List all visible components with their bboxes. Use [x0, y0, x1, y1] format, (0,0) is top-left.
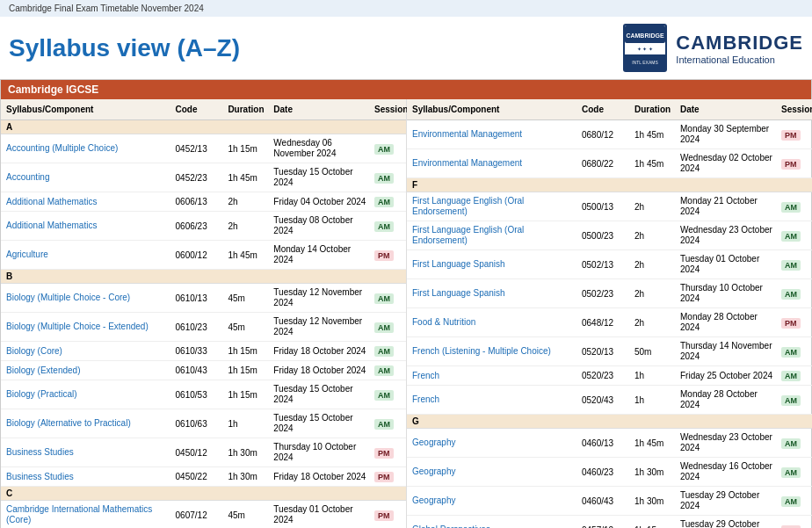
panel-wrapper: Syllabus/Component Code Duration Date Se… — [1, 99, 811, 528]
session-badge: AM — [781, 395, 801, 406]
left-col-syllabus-header: Syllabus/Component — [1, 103, 172, 116]
session-badge: PM — [374, 250, 394, 261]
code-cell: 0500/23 — [578, 229, 631, 242]
syllabus-cell: Biology (Alternative to Practical) — [1, 416, 172, 430]
date-cell: Monday 28 October 2024 — [677, 387, 778, 412]
code-cell: 0680/12 — [578, 128, 631, 141]
code-cell: 0500/13 — [578, 200, 631, 213]
date-cell: Friday 18 October 2024 — [270, 364, 371, 378]
session-badge: AM — [374, 322, 394, 333]
session-cell: PM — [371, 248, 406, 263]
session-cell: PM — [371, 508, 406, 523]
date-cell: Monday 30 September 2024 — [677, 122, 778, 147]
session-badge: AM — [781, 438, 801, 449]
session-badge: AM — [374, 144, 394, 155]
session-badge: AM — [781, 371, 801, 381]
section-header: Cambridge IGCSE — [1, 80, 811, 99]
svg-text:INTL EXAMS: INTL EXAMS — [633, 60, 659, 65]
section-letter-f: F — [407, 178, 812, 192]
code-cell: 0457/12 — [578, 524, 631, 529]
session-cell: AM — [778, 494, 812, 509]
table-row: Business Studies 0450/12 1h 30m Thursday… — [1, 438, 406, 467]
session-badge: PM — [374, 510, 394, 521]
syllabus-cell: Biology (Extended) — [1, 364, 172, 378]
table-row: First Language English (Oral Endorsement… — [407, 221, 812, 250]
date-cell: Monday 14 October 2024 — [270, 242, 371, 267]
table-row: Geography 0460/43 1h 30m Tuesday 29 Octo… — [407, 487, 812, 516]
duration-cell: 1h 15m — [224, 364, 270, 377]
session-cell: AM — [778, 286, 812, 301]
session-cell: AM — [371, 170, 406, 185]
syllabus-cell: Geography — [407, 436, 578, 450]
duration-cell: 1h 30m — [631, 466, 677, 479]
table-row: Business Studies 0450/22 1h 30m Friday 1… — [1, 467, 406, 487]
svg-text:✦ ✦ ✦: ✦ ✦ ✦ — [637, 47, 653, 52]
session-cell: AM — [371, 387, 406, 402]
date-cell: Thursday 10 October 2024 — [270, 440, 371, 465]
table-row: Cambridge International Mathematics (Cor… — [1, 501, 406, 528]
section-letter-a: A — [1, 120, 406, 134]
syllabus-cell: Biology (Multiple Choice - Core) — [1, 291, 172, 305]
session-cell: AM — [371, 291, 406, 306]
duration-cell: 1h 30m — [224, 446, 270, 459]
left-rows: A Accounting (Multiple Choice) 0452/13 1… — [1, 120, 406, 528]
session-badge: AM — [374, 419, 394, 430]
session-cell: AM — [778, 368, 812, 383]
top-bar: Cambridge Final Exam Timetable November … — [0, 0, 812, 17]
table-row: Biology (Core) 0610/33 1h 15m Friday 18 … — [1, 342, 406, 361]
syllabus-cell: Additional Mathematics — [1, 219, 172, 233]
table-row: First Language Spanish 0502/23 2h Thursd… — [407, 279, 812, 308]
section-letter-c: C — [1, 487, 406, 501]
date-cell: Tuesday 08 October 2024 — [270, 213, 371, 238]
code-cell: 0606/13 — [172, 195, 225, 208]
date-cell: Wednesday 02 October 2024 — [677, 151, 778, 176]
duration-cell: 2h — [631, 229, 677, 242]
session-cell: AM — [778, 344, 812, 359]
date-cell: Tuesday 29 October 2024 — [677, 517, 778, 528]
duration-cell: 1h 15m — [631, 524, 677, 529]
session-cell: AM — [371, 320, 406, 335]
session-cell: AM — [371, 219, 406, 234]
duration-cell: 1h — [631, 369, 677, 382]
table-row: Biology (Multiple Choice - Core) 0610/13… — [1, 284, 406, 313]
date-cell: Wednesday 23 October 2024 — [677, 430, 778, 455]
duration-cell: 45m — [224, 321, 270, 334]
table-row: Biology (Multiple Choice - Extended) 061… — [1, 313, 406, 342]
syllabus-cell: First Language English (Oral Endorsement… — [407, 223, 578, 248]
code-cell: 0610/23 — [172, 321, 225, 334]
date-cell: Tuesday 29 October 2024 — [677, 488, 778, 513]
duration-cell: 45m — [224, 292, 270, 305]
table-row: French 0520/23 1h Friday 25 October 2024… — [407, 366, 812, 386]
table-row: Additional Mathematics 0606/13 2h Friday… — [1, 192, 406, 212]
top-bar-text: Cambridge Final Exam Timetable November … — [9, 4, 204, 13]
table-row: French 0520/43 1h Monday 28 October 2024… — [407, 386, 812, 415]
session-badge: AM — [374, 346, 394, 357]
table-row: French (Listening - Multiple Choice) 052… — [407, 337, 812, 366]
right-col-code-header: Code — [578, 103, 631, 116]
session-cell: AM — [778, 228, 812, 243]
code-cell: 0460/23 — [578, 466, 631, 479]
cambridge-shield-icon: CAMBRIDGE ✦ ✦ ✦ INTL EXAMS — [623, 24, 667, 72]
right-col-date-header: Date — [677, 103, 778, 116]
syllabus-cell: French — [407, 393, 578, 407]
table-row: Additional Mathematics 0606/23 2h Tuesda… — [1, 212, 406, 241]
duration-cell: 1h 45m — [631, 128, 677, 141]
logo-sub: International Education — [676, 54, 803, 65]
table-row: Biology (Alternative to Practical) 0610/… — [1, 409, 406, 438]
session-cell: PM — [371, 445, 406, 460]
duration-cell: 1h 15m — [224, 344, 270, 358]
syllabus-cell: Geography — [407, 465, 578, 479]
session-badge: AM — [781, 202, 801, 213]
right-col-headers: Syllabus/Component Code Duration Date Se… — [407, 99, 812, 120]
syllabus-cell: Agriculture — [1, 248, 172, 262]
duration-cell: 2h — [224, 195, 270, 208]
syllabus-cell: Additional Mathematics — [1, 195, 172, 209]
left-col-code-header: Code — [172, 103, 225, 116]
syllabus-cell: Business Studies — [1, 470, 172, 484]
duration-cell: 2h — [224, 220, 270, 233]
date-cell: Monday 28 October 2024 — [677, 310, 778, 335]
date-cell: Wednesday 16 October 2024 — [677, 459, 778, 484]
syllabus-cell: Accounting (Multiple Choice) — [1, 141, 172, 156]
session-cell: AM — [778, 199, 812, 214]
session-badge: AM — [781, 260, 801, 271]
